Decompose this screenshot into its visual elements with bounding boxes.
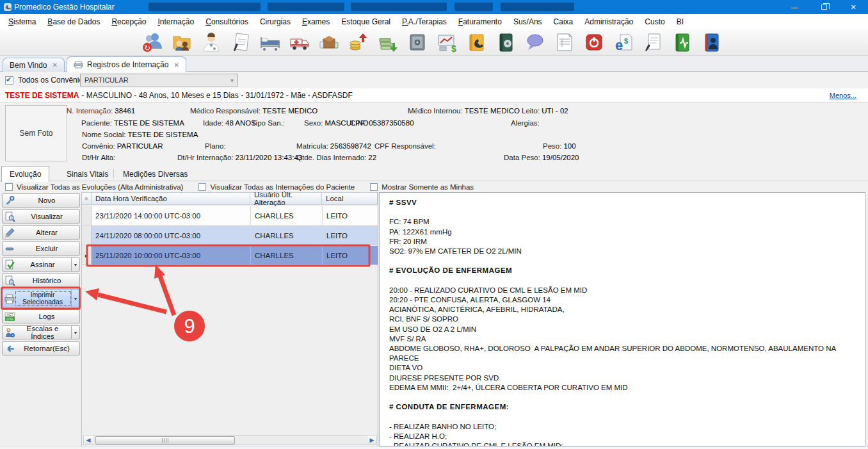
- electronic-billing-icon[interactable]: $e: [613, 31, 634, 53]
- column-header-datetime[interactable]: Data Hora Verificação: [92, 192, 250, 205]
- show-only-mine-checkbox[interactable]: [370, 183, 378, 191]
- contract-sign-icon[interactable]: [642, 31, 664, 53]
- tab-evolucao[interactable]: Evolução: [1, 166, 49, 182]
- show-all-internments-checkbox[interactable]: [198, 183, 206, 191]
- cash-out-icon[interactable]: [377, 31, 399, 53]
- visualizar-button[interactable]: Visualizar: [2, 209, 80, 224]
- tab-medicoes-diversas[interactable]: Medições Diversas: [115, 167, 195, 181]
- tab-close-icon[interactable]: ✕: [52, 61, 57, 69]
- menu-item-base-de-dados[interactable]: Base de Dados: [42, 15, 106, 28]
- photo-placeholder: Sem Foto: [5, 105, 67, 161]
- menu-item-consultorios[interactable]: Consultórios: [200, 15, 254, 28]
- tab-registros-internacao[interactable]: Registros de Internação ✕: [67, 56, 186, 72]
- safe-icon[interactable]: [406, 31, 428, 53]
- no-photo-label: Sem Foto: [19, 129, 52, 138]
- invoice-icon[interactable]: [554, 31, 575, 53]
- alterar-label: Alterar: [15, 229, 79, 236]
- menu-item-recepcao[interactable]: Recepção: [106, 15, 152, 28]
- phone-directory-icon[interactable]: [465, 31, 487, 53]
- alterar-button[interactable]: Alterar: [2, 225, 80, 240]
- note-line: - REALIZAR BANHO NO LEITO;: [389, 422, 860, 432]
- imprimir-label: Imprimir Selecionadas: [15, 291, 71, 306]
- patients-folder-icon[interactable]: [171, 31, 193, 53]
- evolution-note-panel[interactable]: # SSVV FC: 74 BPM PA: 122X61 mmHg FR: 20…: [379, 192, 865, 446]
- contacts-sync-icon[interactable]: ↻: [141, 31, 163, 53]
- prescription-document-icon[interactable]: [230, 31, 252, 53]
- menu-item-pa-terapias[interactable]: P.A./Terapias: [396, 15, 453, 28]
- redacted-version-info: [268, 3, 344, 11]
- tab-separator: [113, 169, 114, 178]
- close-button[interactable]: ✕: [839, 0, 868, 14]
- novo-button[interactable]: Novo: [2, 193, 80, 208]
- finance-chart-icon[interactable]: $: [436, 31, 458, 53]
- title-bar: Promedico Gestão Hospitalar — ✕: [0, 0, 868, 14]
- restore-button[interactable]: [809, 0, 839, 14]
- tab-bem-vindo[interactable]: Bem Vindo ✕: [3, 58, 65, 72]
- tab-close-icon[interactable]: ✕: [173, 61, 179, 69]
- novo-label: Novo: [15, 197, 79, 204]
- column-header-user[interactable]: Usuário Últ. Alteração: [250, 192, 322, 205]
- field-registration: Matricula:2563598742: [296, 142, 371, 150]
- escalas-indices-button[interactable]: Escalas e Índices ▼: [2, 325, 80, 339]
- cell-user: CHARLLES: [250, 206, 322, 225]
- retornar-button[interactable]: Retornar(Esc): [2, 341, 80, 355]
- table-row[interactable]: 23/11/2020 14:00:00 UTC-03:00 CHARLLES L…: [92, 206, 378, 225]
- tab-sinais-vitais[interactable]: Sinais Vitais: [59, 167, 116, 181]
- evolution-filter-row: Visualizar Todas as Evoluções (Alta Admi…: [0, 181, 868, 192]
- menu-item-faturamento[interactable]: Faturamento: [453, 15, 508, 28]
- vitals-book-icon[interactable]: [671, 31, 693, 53]
- menu-item-administracao[interactable]: Administração: [579, 15, 639, 28]
- scrollbar-thumb[interactable]: [95, 436, 235, 445]
- power-icon[interactable]: [583, 31, 605, 53]
- table-row[interactable]: 24/11/2020 08:00:00 UTC-03:00 CHARLLES L…: [92, 226, 378, 245]
- minimize-button[interactable]: —: [780, 0, 809, 14]
- menu-item-internacao[interactable]: Internação: [152, 15, 200, 28]
- field-age: Idade:48 ANOS: [203, 119, 256, 127]
- note-line: 20:20 - PTE CONFUSA, ALERTA, GLASGOW 14: [389, 295, 860, 305]
- show-all-evolutions-checkbox[interactable]: [5, 183, 13, 191]
- note-line: SO2: 97% EM CATETER DE O2 2L/MIN: [389, 247, 860, 256]
- cash-in-icon[interactable]: [348, 31, 369, 53]
- scroll-left-icon[interactable]: ◀: [84, 436, 93, 445]
- scroll-right-icon[interactable]: ▶: [367, 436, 376, 445]
- toolbar: ↻ $ $e: [0, 29, 868, 56]
- table-gutter-header: ✳: [82, 192, 92, 205]
- imprimir-dropdown-arrow[interactable]: ▼: [71, 290, 79, 307]
- doctor-icon[interactable]: [200, 31, 222, 53]
- delete-minus-icon: [4, 243, 15, 254]
- media-book-icon[interactable]: [495, 31, 517, 53]
- menu-item-sus-ans[interactable]: Sus/Ans: [508, 15, 548, 28]
- imprimir-selecionadas-button[interactable]: Imprimir Selecionadas ▼: [2, 290, 80, 307]
- all-insurances-checkbox[interactable]: [5, 76, 13, 85]
- assinar-button[interactable]: Assinar ▼: [2, 257, 80, 272]
- menu-item-caixa[interactable]: Caixa: [548, 15, 579, 28]
- tab-sinais-vitais-label: Sinais Vitais: [67, 170, 108, 179]
- menu-item-custo[interactable]: Custo: [639, 15, 670, 28]
- historico-button[interactable]: Histórico: [2, 273, 80, 288]
- menu-item-exames[interactable]: Exames: [296, 15, 335, 28]
- excluir-button[interactable]: Excluir: [2, 241, 80, 256]
- escalas-dropdown-arrow[interactable]: ▼: [71, 326, 79, 339]
- less-link[interactable]: Menos...: [830, 92, 856, 99]
- menu-item-sistema[interactable]: Sistema: [3, 15, 42, 28]
- menu-item-estoque-geral[interactable]: Estoque Geral: [335, 15, 396, 28]
- insurance-dropdown[interactable]: PARTICULAR ▾: [80, 74, 238, 86]
- table-row-selected[interactable]: 25/11/2020 10:00:00 UTC-03:00 CHARLLES L…: [92, 246, 378, 265]
- menu-item-cirurgias[interactable]: Cirurgias: [254, 15, 296, 28]
- field-admitting-doctor: Médico Internou:TESTE MEDICO: [408, 107, 520, 115]
- column-header-local[interactable]: Local: [322, 192, 378, 205]
- note-line: [389, 276, 860, 286]
- assinar-dropdown-arrow[interactable]: ▼: [71, 258, 79, 271]
- ambulance-icon[interactable]: [289, 31, 310, 53]
- field-admission: Dt/Hr Internação:23/11/2020 13:43:43: [177, 154, 302, 161]
- logs-button[interactable]: ACTLOG Logs: [2, 309, 80, 323]
- historico-label: Histórico: [15, 277, 79, 284]
- hospital-bed-icon[interactable]: [259, 31, 281, 53]
- cell-local: LEITO: [322, 246, 378, 265]
- field-responsible-doctor: Médico Responsável:TESTE MEDICO: [190, 107, 317, 115]
- contacts-book-icon[interactable]: [701, 31, 723, 53]
- stock-items-icon[interactable]: [318, 31, 340, 53]
- chat-icon[interactable]: [524, 31, 546, 53]
- horizontal-scrollbar[interactable]: ◀ ▶: [83, 435, 377, 445]
- menu-item-bi[interactable]: BI: [671, 15, 689, 28]
